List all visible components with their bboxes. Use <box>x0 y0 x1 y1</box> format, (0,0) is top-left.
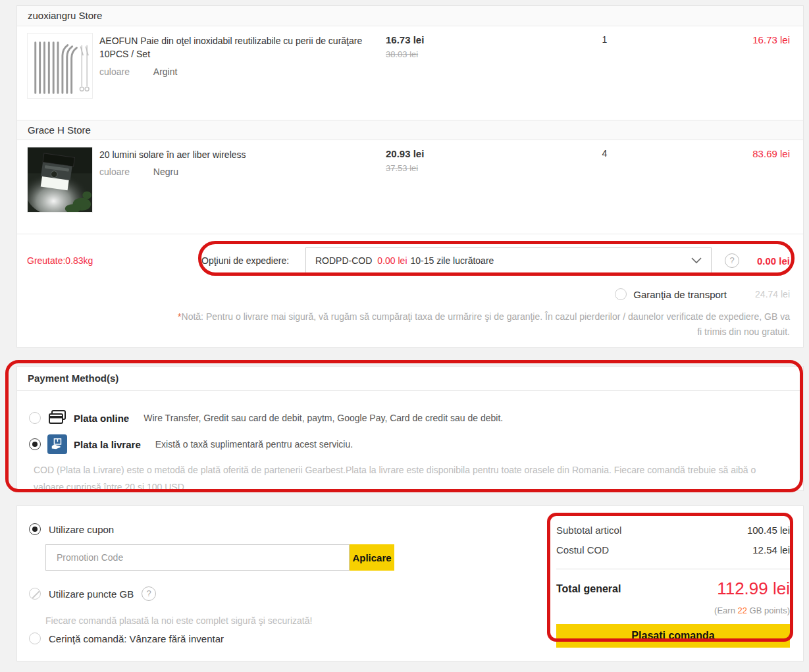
order-requirement-radio[interactable] <box>29 633 41 644</box>
payment-option-online[interactable]: Plata online Wire Transfer, Gredit sau c… <box>29 408 790 428</box>
place-order-button[interactable]: Plasaţi comanda <box>556 624 790 648</box>
product-line-total: 83.69 lei <box>682 147 790 227</box>
gb-points-radio-disabled[interactable] <box>29 588 41 600</box>
gb-points-row[interactable]: Utilizare puncte GB ? <box>29 586 483 601</box>
product-price: 16.73 lei <box>386 34 527 45</box>
cart-card: zuoxiangru Store <box>16 5 804 348</box>
pay-cod-description: Există o taxă suplimentară pentru acest … <box>155 439 353 450</box>
product-title[interactable]: AEOFUN Paie din oţel inoxidabil reutiliz… <box>99 34 386 61</box>
order-requirement-row[interactable]: Cerinţă comandă: Vânzare fără inventar <box>29 633 483 644</box>
note-text: Notă: Pentru o livrare mai sigură, vă ru… <box>182 311 790 337</box>
promo-code-row: Aplicare <box>45 544 483 571</box>
store-name[interactable]: zuoxiangru Store <box>28 10 102 21</box>
insurance-radio[interactable] <box>615 288 627 300</box>
product-image-straws[interactable] <box>27 33 93 99</box>
store-name[interactable]: Grace H Store <box>28 124 91 136</box>
cart-item-row: 20 lumini solare în aer liber wireless c… <box>17 140 803 234</box>
order-requirement-label: Cerinţă comandă: Vânzare fără inventar <box>49 633 224 644</box>
metal-straws-illustration <box>28 34 92 98</box>
payment-methods-title: Payment Method(s) <box>17 367 803 391</box>
attr-label: culoare <box>99 66 130 77</box>
insurance-label[interactable]: Garanţia de transport <box>633 289 727 300</box>
gb-points-help-icon[interactable]: ? <box>142 586 156 601</box>
shipping-note: *Notă: Pentru o livrare mai sigură, vă r… <box>17 300 803 340</box>
store-header-zuoxiangru[interactable]: zuoxiangru Store <box>17 6 803 26</box>
chevron-down-icon <box>691 255 702 266</box>
product-image-solar-light[interactable] <box>27 147 93 213</box>
shipping-option-name: RODPD-COD <box>315 255 372 266</box>
shipping-cost: 0.00 lei <box>739 255 790 267</box>
promo-code-input[interactable] <box>45 544 350 571</box>
subtotal-value: 100.45 lei <box>747 525 790 536</box>
attr-label: culoare <box>99 167 130 177</box>
product-quantity: 1 <box>527 33 682 113</box>
earn-prefix: (Earn <box>714 606 737 615</box>
pay-cod-radio[interactable] <box>29 438 41 450</box>
use-coupon-label[interactable]: Utilizare cupon <box>49 524 114 535</box>
product-old-price: 37.53 lei <box>386 163 527 173</box>
use-coupon-radio[interactable] <box>29 523 41 535</box>
cod-cost-line: Costul COD 12.54 lei <box>556 544 790 556</box>
shipping-option-price: 0.00 lei <box>377 255 407 266</box>
subtotal-line: Subtotal articol 100.45 lei <box>556 525 790 536</box>
shipping-row: Greutate:0.83kg Opţiuni de expediere: RO… <box>17 234 803 278</box>
cod-cost-value: 12.54 lei <box>752 544 790 556</box>
pay-cod-label[interactable]: Plata la livrare <box>74 439 141 450</box>
product-price-col: 20.93 lei 37.53 lei <box>386 147 527 227</box>
product-price: 20.93 lei <box>386 148 527 159</box>
shipping-options-label: Opţiuni de expediere: <box>201 255 305 266</box>
checkout-summary-card: Utilizare cupon Aplicare Utilizare punct… <box>16 505 804 661</box>
subtotal-label: Subtotal articol <box>556 525 621 536</box>
earn-points-value: 22 <box>738 606 747 615</box>
shipping-help-icon[interactable]: ? <box>725 253 739 268</box>
grand-total-label: Total general <box>556 583 621 595</box>
shipping-method-select[interactable]: RODPD-COD 0.00 lei 10-15 zile lucrătoare <box>305 247 712 274</box>
pay-online-radio[interactable] <box>29 412 41 424</box>
apply-coupon-button[interactable]: Aplicare <box>350 544 394 571</box>
coupon-section: Utilizare cupon Aplicare Utilizare punct… <box>29 523 483 648</box>
attr-value: Negru <box>153 167 178 177</box>
summary-divider <box>556 569 790 569</box>
credit-card-icon <box>47 408 67 428</box>
secure-order-note: Fiecare comandă plasată la noi este comp… <box>45 615 483 626</box>
cart-item-row: AEOFUN Paie din oţel inoxidabil reutiliz… <box>17 26 803 120</box>
order-summary: Subtotal articol 100.45 lei Costul COD 1… <box>556 523 790 648</box>
payment-option-cod[interactable]: Plata la livrare Există o taxă supliment… <box>29 434 790 454</box>
product-info: 20 lumini solare în aer liber wireless c… <box>93 147 386 227</box>
cash-on-delivery-icon <box>47 434 67 454</box>
gb-points-label: Utilizare puncte GB <box>49 588 134 600</box>
product-old-price: 38.03 lei <box>386 49 527 59</box>
product-attribute: culoare Argint <box>99 66 386 77</box>
payment-methods-body: Plata online Wire Transfer, Gredit sau c… <box>17 391 803 496</box>
earn-suffix: GB points) <box>747 606 790 615</box>
grand-total-value: 112.99 lei <box>717 579 790 599</box>
cod-cost-label: Costul COD <box>556 544 609 556</box>
cod-terms-note: COD (Plata la Livrare) este o metodă de … <box>34 462 790 496</box>
product-attribute: culoare Negru <box>99 167 386 177</box>
earn-points-line: (Earn 22 GB points) <box>556 606 790 615</box>
attr-value: Argint <box>153 66 178 77</box>
product-line-total: 16.73 lei <box>682 33 790 113</box>
pay-online-label[interactable]: Plata online <box>74 413 129 424</box>
use-coupon-row[interactable]: Utilizare cupon <box>29 523 483 535</box>
payment-methods-card: Payment Method(s) Plata online Wire Tran… <box>16 366 804 491</box>
solar-wall-light-illustration <box>28 147 92 212</box>
product-price-col: 16.73 lei 38.03 lei <box>386 33 527 113</box>
pay-online-description: Wire Transfer, Gredit sau card de debit,… <box>144 413 503 423</box>
product-quantity: 4 <box>527 147 682 227</box>
product-info: AEOFUN Paie din oţel inoxidabil reutiliz… <box>93 33 386 113</box>
grand-total-line: Total general 112.99 lei <box>556 579 790 599</box>
store-header-grace-h[interactable]: Grace H Store <box>17 120 803 140</box>
product-title[interactable]: 20 lumini solare în aer liber wireless <box>99 148 386 161</box>
shipping-insurance-row: Garanţia de transport 24.74 lei <box>17 278 803 300</box>
insurance-price: 24.74 lei <box>750 289 790 299</box>
shipping-option-time: 10-15 zile lucrătoare <box>411 255 494 266</box>
weight-label: Greutate:0.83kg <box>27 255 201 266</box>
